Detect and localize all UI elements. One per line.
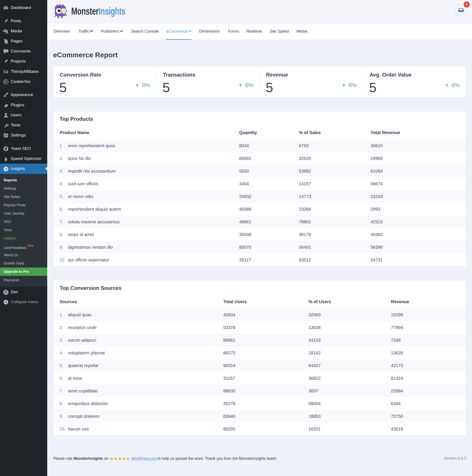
svg-text:TA: TA xyxy=(3,69,9,74)
svg-text:D: D xyxy=(5,290,7,294)
